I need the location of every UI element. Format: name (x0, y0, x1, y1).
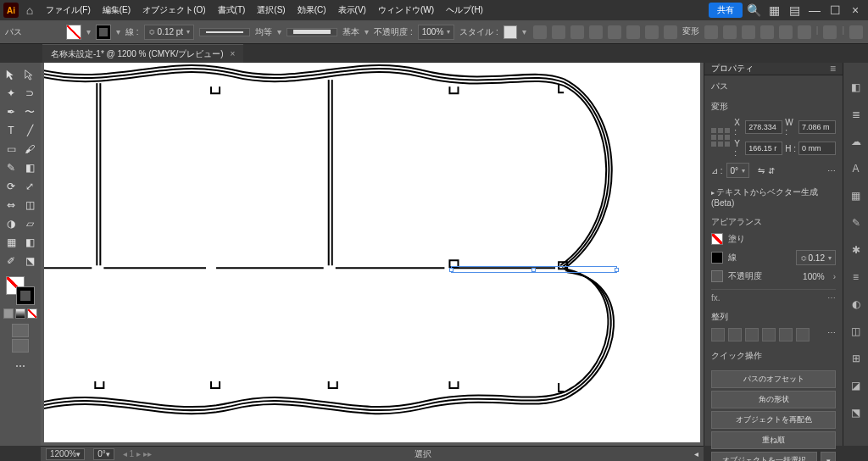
wand-tool[interactable]: ✦ (3, 85, 19, 102)
flip-v-icon[interactable]: ⇵ (768, 166, 775, 175)
opacity-input[interactable]: 100% (418, 25, 455, 40)
properties-tab[interactable]: プロパティ (711, 63, 754, 75)
document-tab[interactable]: 名称未設定-1* @ 1200 % (CMYK/プレビュー) × (42, 44, 243, 63)
rail-swatches-icon[interactable]: ▦ (849, 188, 864, 203)
align-icon-4[interactable] (589, 25, 603, 39)
search-icon[interactable]: 🔍 (744, 1, 763, 19)
menu-select[interactable]: 選択(S) (252, 2, 290, 19)
align-icon-8[interactable] (664, 25, 677, 39)
w-input[interactable] (798, 120, 836, 134)
panel-menu-icon[interactable]: ≡ (830, 63, 836, 75)
minimize-icon[interactable]: — (805, 1, 824, 19)
shaper-tool[interactable]: ✎ (3, 159, 19, 176)
fx-label[interactable]: fx. (711, 293, 721, 303)
color-mode-gradient[interactable] (15, 308, 25, 319)
pen-tool[interactable]: ✒ (3, 103, 19, 120)
selection-tool[interactable] (3, 66, 19, 83)
tab-close-icon[interactable]: × (231, 49, 236, 58)
align-icon-7[interactable] (645, 25, 659, 39)
free-transform-tool[interactable]: ◫ (21, 197, 38, 214)
draw-mode-normal[interactable] (12, 324, 29, 337)
opacity-swatch[interactable] (711, 270, 723, 282)
color-mode-none[interactable] (27, 308, 37, 319)
align-left[interactable] (711, 328, 725, 342)
rail-brushes-icon[interactable]: ✎ (849, 215, 864, 230)
line-tool[interactable]: ╱ (21, 122, 38, 139)
menu-type[interactable]: 書式(T) (213, 2, 251, 19)
brush-def[interactable] (287, 28, 337, 36)
lasso-tool[interactable]: ⊃ (21, 85, 38, 102)
menu-object[interactable]: オブジェクト(O) (137, 2, 210, 19)
align-icon-13[interactable] (779, 25, 793, 39)
color-mode-solid[interactable] (3, 308, 14, 319)
rotate-tool[interactable]: ⟳ (3, 178, 19, 195)
align-icon-1[interactable] (533, 25, 547, 39)
rail-gradient-icon[interactable]: ◐ (849, 297, 864, 312)
width-tool[interactable]: ⇔ (3, 197, 19, 214)
align-vcenter[interactable] (779, 328, 793, 342)
btn-corner[interactable]: 角の形状 (711, 391, 836, 408)
align-top[interactable] (762, 328, 776, 342)
rail-pathfinder-icon[interactable]: ◪ (849, 378, 864, 393)
align-icon-2[interactable] (552, 25, 565, 39)
align-icon-9[interactable] (704, 25, 718, 39)
pref-icon[interactable] (823, 25, 837, 39)
rail-layers-icon[interactable]: ≣ (849, 107, 864, 122)
share-button[interactable]: 共有 (709, 3, 743, 18)
arrange-icon[interactable]: ▦ (765, 1, 783, 19)
more-appearance[interactable]: ⋯ (827, 293, 836, 303)
type-tool[interactable]: T (3, 122, 19, 139)
canvas[interactable] (44, 63, 700, 442)
align-icon-14[interactable] (798, 25, 811, 39)
stroke-w-field[interactable]: ≎0.12 (796, 250, 836, 265)
workspace-icon[interactable]: ▤ (785, 1, 804, 19)
brush-tool[interactable]: 🖌 (21, 141, 38, 158)
perspective-tool[interactable]: ▱ (21, 215, 38, 232)
eyedropper-tool[interactable]: ✐ (3, 253, 19, 269)
align-icon-3[interactable] (570, 25, 584, 39)
h-input[interactable] (798, 142, 836, 155)
curvature-tool[interactable]: 〜 (21, 103, 38, 120)
rail-color-icon[interactable]: A (849, 161, 864, 176)
stroke-width-input[interactable]: ≎0.12 pt (144, 25, 195, 40)
eraser-tool[interactable]: ◧ (21, 159, 38, 176)
edit-toolbar[interactable]: ⋯ (12, 358, 29, 375)
align-icon-5[interactable] (608, 25, 621, 39)
menu-help[interactable]: ヘルプ(H) (441, 2, 488, 19)
align-bottom[interactable] (796, 328, 810, 342)
selected-path[interactable] (451, 266, 617, 273)
stroke-color[interactable] (711, 252, 723, 264)
btn-recolor[interactable]: オブジェクトを再配色 (711, 411, 836, 429)
x-input[interactable] (745, 120, 782, 134)
rail-properties-icon[interactable]: ◧ (849, 80, 864, 95)
menu-view[interactable]: 表示(V) (333, 2, 371, 19)
rect-tool[interactable]: ▭ (3, 141, 19, 158)
btn-arrange[interactable]: 重ね順 (711, 431, 836, 449)
stroke-profile[interactable] (199, 28, 250, 36)
align-icon-12[interactable] (760, 25, 774, 39)
style-swatch[interactable] (504, 25, 517, 39)
transform-label[interactable]: 変形 (682, 25, 699, 39)
align-icon-6[interactable] (626, 25, 640, 39)
maximize-icon[interactable]: ☐ (826, 1, 844, 19)
flip-h-icon[interactable]: ⇋ (758, 166, 765, 175)
reference-point[interactable] (711, 128, 731, 148)
menu-edit[interactable]: 編集(E) (97, 2, 136, 19)
sec-vecgen[interactable]: テキストからベクター生成 (Beta) (711, 186, 836, 208)
align-icon-10[interactable] (723, 25, 737, 39)
stroke-swatch[interactable] (96, 25, 111, 40)
close-icon[interactable]: × (846, 1, 865, 19)
fill-stroke-indicator[interactable] (6, 276, 35, 305)
scroll-left[interactable]: ◂ (694, 449, 698, 458)
scale-tool[interactable]: ⤢ (21, 178, 38, 195)
blend-tool[interactable]: ⬔ (21, 253, 38, 269)
rail-transform-icon[interactable]: ⬔ (849, 405, 864, 420)
more-transform[interactable]: ⋯ (827, 166, 836, 175)
y-input[interactable] (745, 142, 782, 155)
fill-color[interactable] (711, 233, 723, 245)
menu-effect[interactable]: 効果(C) (292, 2, 331, 19)
fill-swatch[interactable] (66, 25, 81, 40)
rail-libraries-icon[interactable]: ☁ (849, 134, 864, 149)
direct-select-tool[interactable] (21, 66, 38, 83)
menu-window[interactable]: ウィンドウ(W) (373, 2, 439, 19)
